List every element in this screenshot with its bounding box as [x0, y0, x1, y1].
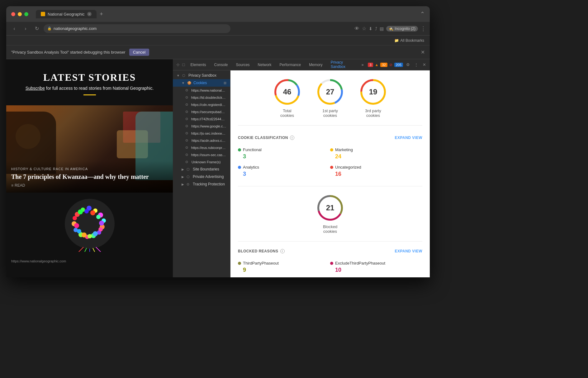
sidebar-label-tracking-protection: Tracking Protection — [193, 182, 225, 186]
share-icon[interactable]: ⤴ — [375, 26, 377, 31]
sidebar-item-tracking-protection[interactable]: ▶ ⊙ Tracking Protection — [173, 180, 230, 188]
classification-info-icon[interactable]: i — [290, 136, 294, 140]
star-icon[interactable]: ☆ — [362, 26, 366, 31]
total-cookies-label: Totalcookies — [280, 108, 294, 118]
devtools-inspect-icon[interactable]: □ — [181, 62, 186, 68]
uncategorized-label: Uncategorized — [335, 165, 361, 170]
sidebar-item-domain-1[interactable]: ⊙ https://www.nationalge... — [173, 87, 230, 94]
sidebar-item-domain-6[interactable]: ⊙ https://www.google.com — [173, 122, 230, 130]
tab-close-button[interactable]: ✕ — [87, 12, 92, 16]
expand-icon: ▼ — [177, 74, 180, 77]
cookies-action-icon[interactable]: ⊞ — [224, 81, 226, 85]
exclude-third-party-count: 10 — [330, 267, 422, 273]
domain-label-8: https://acdn.adnxs.com — [192, 139, 226, 142]
address-bar[interactable]: 🔒 nationalgeographic.com — [44, 24, 230, 33]
bookmarks-label: All Bookmarks — [400, 38, 424, 43]
tab-more[interactable]: » — [358, 61, 368, 69]
svg-point-18 — [73, 216, 77, 220]
tab-sources[interactable]: Sources — [232, 61, 254, 69]
sidebar-item-site-boundaries[interactable]: ▶ ⬡ Site Boundaries — [173, 165, 230, 173]
close-button[interactable] — [11, 12, 15, 16]
close-devtools-icon[interactable]: ✕ — [421, 62, 427, 68]
subscribe-suffix: for full access to read stories from Nat… — [45, 86, 154, 91]
svg-point-25 — [93, 231, 98, 236]
third-party-cookies-value: 19 — [369, 88, 377, 96]
first-party-cookies-circle: 27 — [316, 78, 344, 106]
tab-title: National Geographic — [48, 12, 85, 17]
sidebar-item-domain-2[interactable]: ⊙ https://td.doubleclick.ne... — [173, 94, 230, 101]
classification-section: COOKIE CLASSIFICATION i Expand View Func… — [238, 136, 422, 186]
uncategorized-dot — [330, 166, 333, 169]
reason-item-exclude-third-party: ExcludeThirdPartyPhaseout 10 — [330, 258, 422, 276]
sidebar-item-privacy-sandbox[interactable]: ▼ ⬡ Privacy Sandbox — [173, 72, 230, 79]
sidebar-item-domain-8[interactable]: ⊙ https://acdn.adnxs.com — [173, 137, 230, 144]
menu-icon[interactable]: ⋮ — [420, 25, 426, 32]
sidebar-item-unknown-frames[interactable]: ⊙ Unknown Frame(s) — [173, 158, 230, 165]
blocked-cookies-value: 21 — [326, 203, 334, 212]
tab-performance[interactable]: Performance — [276, 61, 305, 69]
bottom-section — [6, 193, 173, 257]
settings-icon[interactable]: ⚙ — [405, 62, 411, 68]
sidebar-item-domain-4[interactable]: ⊙ https://securepubads.g... — [173, 108, 230, 115]
third-party-cookies-stat: 19 3rd partycookies — [359, 78, 387, 118]
devtools-icons: 3 ▲ 32 ⊘ 205 ⚙ ⋮ ✕ — [368, 62, 427, 68]
sidebar-item-cookies[interactable]: ▼ 🍪 Cookies ⊞ — [173, 79, 230, 87]
more-options-icon[interactable]: ⋮ — [413, 62, 419, 68]
warn-badge: 32 — [380, 63, 387, 67]
sidebar-label-site-boundaries: Site Boundaries — [193, 167, 219, 171]
page-icon-10: ⊙ — [185, 153, 189, 157]
hero-category: HISTORY & CULTURE RACE IN AMERICA — [11, 167, 168, 171]
svg-point-21 — [90, 210, 95, 215]
address-text: nationalgeographic.com — [54, 26, 97, 31]
third-party-phaseout-dot — [238, 262, 241, 265]
tab-elements[interactable]: Elements — [187, 61, 210, 69]
tab-network[interactable]: Network — [254, 61, 275, 69]
blocked-cookies-circle: 21 — [316, 194, 344, 222]
reload-button[interactable]: ↻ — [32, 24, 41, 33]
all-bookmarks[interactable]: 📁 All Bookmarks — [392, 38, 426, 43]
tab-memory[interactable]: Memory — [305, 61, 326, 69]
active-tab[interactable]: National Geographic ✕ — [36, 10, 97, 18]
devtools-cursor-icon[interactable]: ⊹ — [175, 62, 180, 68]
cookie-stats-section: 46 Totalcookies — [238, 78, 422, 126]
blocked-reasons-expand-view[interactable]: Expand View — [395, 249, 422, 253]
sidebar-label-cookies: Cookies — [193, 81, 207, 85]
minimize-button[interactable] — [18, 12, 22, 16]
svg-point-19 — [78, 209, 83, 214]
sidebar-item-private-advertising[interactable]: ▶ ⬡ Private Advertising — [173, 173, 230, 180]
incognito-badge: 🕵 Incognito (2) — [386, 26, 418, 31]
sidebar-item-domain-10[interactable]: ⊙ https://ssum-sec.casale... — [173, 151, 230, 158]
class-item-analytics: Analytics 3 — [238, 162, 330, 180]
page-icon-6: ⊙ — [185, 124, 190, 128]
devtools-body: ▼ ⬡ Privacy Sandbox ▼ 🍪 Cookies ⊞ — [173, 70, 430, 277]
window-expand[interactable]: ⌃ — [420, 11, 425, 17]
tab-privacy-sandbox[interactable]: Privacy Sandbox — [327, 58, 357, 71]
svg-point-26 — [88, 234, 92, 238]
devtools-sidebar: ▼ ⬡ Privacy Sandbox ▼ 🍪 Cookies ⊞ — [173, 70, 230, 277]
back-button[interactable]: ‹ — [10, 24, 19, 33]
menu-read-icon: ≡ — [11, 183, 13, 188]
classification-expand-view[interactable]: Expand View — [395, 136, 422, 140]
subscribe-link[interactable]: Subscribe — [26, 86, 45, 91]
svg-point-23 — [99, 221, 104, 226]
sidebar-item-domain-7[interactable]: ⊙ https://js-sec.indexww.c... — [173, 130, 230, 137]
maximize-button[interactable] — [24, 12, 28, 16]
sidebar-item-domain-3[interactable]: ⊙ https://cdn.registerdisne... — [173, 101, 230, 108]
blocked-reasons-info-icon[interactable]: i — [280, 249, 285, 253]
triangle-icon: ▲ — [375, 63, 379, 67]
sidebar-item-domain-9[interactable]: ⊙ https://eus.rubiconproje... — [173, 144, 230, 151]
sidebar-item-domain-5[interactable]: ⊙ https://742fcd22644a3c... — [173, 115, 230, 122]
tab-console[interactable]: Console — [211, 61, 232, 69]
class-item-marketing: Marketing 24 — [330, 145, 422, 162]
analytics-name: Analytics — [238, 165, 330, 170]
bookmarks-icon: 📁 — [394, 38, 399, 43]
sidebar-icon[interactable]: ▤ — [380, 26, 384, 31]
reason-item-third-party-phaseout: ThirdPartyPhaseout 9 — [238, 258, 330, 276]
cancel-button[interactable]: Cancel — [129, 49, 149, 56]
close-debug-icon[interactable]: ✕ — [421, 49, 425, 55]
blocked-reasons-title-text: BLOCKED REASONS — [238, 249, 278, 253]
forward-button[interactable]: › — [21, 24, 30, 33]
download-icon[interactable]: ⬇ — [369, 26, 372, 31]
new-tab-button[interactable]: + — [98, 10, 105, 18]
third-party-cookies-label: 3rd partycookies — [365, 108, 381, 118]
